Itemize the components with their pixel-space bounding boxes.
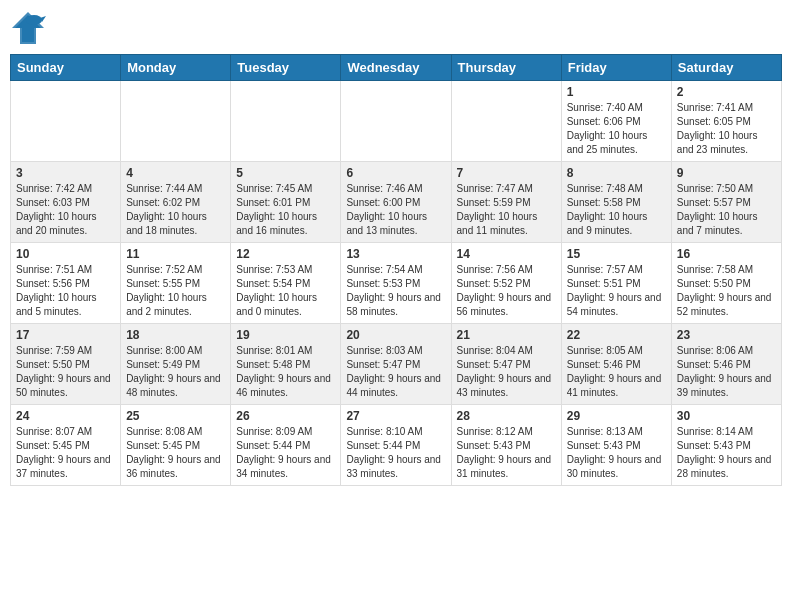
day-of-week-header: Monday — [121, 55, 231, 81]
day-number: 25 — [126, 409, 225, 423]
day-number: 29 — [567, 409, 666, 423]
calendar-cell: 12Sunrise: 7:53 AM Sunset: 5:54 PM Dayli… — [231, 243, 341, 324]
day-info: Sunrise: 8:10 AM Sunset: 5:44 PM Dayligh… — [346, 425, 445, 481]
calendar-cell — [11, 81, 121, 162]
calendar-cell: 28Sunrise: 8:12 AM Sunset: 5:43 PM Dayli… — [451, 405, 561, 486]
calendar-week-row: 3Sunrise: 7:42 AM Sunset: 6:03 PM Daylig… — [11, 162, 782, 243]
calendar-cell: 24Sunrise: 8:07 AM Sunset: 5:45 PM Dayli… — [11, 405, 121, 486]
day-number: 13 — [346, 247, 445, 261]
day-info: Sunrise: 7:45 AM Sunset: 6:01 PM Dayligh… — [236, 182, 335, 238]
day-info: Sunrise: 7:40 AM Sunset: 6:06 PM Dayligh… — [567, 101, 666, 157]
calendar-cell: 1Sunrise: 7:40 AM Sunset: 6:06 PM Daylig… — [561, 81, 671, 162]
day-number: 26 — [236, 409, 335, 423]
calendar-cell: 11Sunrise: 7:52 AM Sunset: 5:55 PM Dayli… — [121, 243, 231, 324]
calendar-cell: 20Sunrise: 8:03 AM Sunset: 5:47 PM Dayli… — [341, 324, 451, 405]
calendar-cell: 16Sunrise: 7:58 AM Sunset: 5:50 PM Dayli… — [671, 243, 781, 324]
day-number: 1 — [567, 85, 666, 99]
day-info: Sunrise: 7:41 AM Sunset: 6:05 PM Dayligh… — [677, 101, 776, 157]
day-number: 2 — [677, 85, 776, 99]
calendar-cell — [121, 81, 231, 162]
calendar-week-row: 1Sunrise: 7:40 AM Sunset: 6:06 PM Daylig… — [11, 81, 782, 162]
calendar-cell: 14Sunrise: 7:56 AM Sunset: 5:52 PM Dayli… — [451, 243, 561, 324]
day-number: 9 — [677, 166, 776, 180]
svg-point-2 — [26, 15, 42, 25]
day-of-week-header: Thursday — [451, 55, 561, 81]
calendar-cell: 5Sunrise: 7:45 AM Sunset: 6:01 PM Daylig… — [231, 162, 341, 243]
day-number: 22 — [567, 328, 666, 342]
day-info: Sunrise: 7:53 AM Sunset: 5:54 PM Dayligh… — [236, 263, 335, 319]
day-info: Sunrise: 8:09 AM Sunset: 5:44 PM Dayligh… — [236, 425, 335, 481]
calendar-cell — [451, 81, 561, 162]
day-info: Sunrise: 7:59 AM Sunset: 5:50 PM Dayligh… — [16, 344, 115, 400]
day-info: Sunrise: 7:46 AM Sunset: 6:00 PM Dayligh… — [346, 182, 445, 238]
calendar-cell — [231, 81, 341, 162]
day-number: 28 — [457, 409, 556, 423]
day-info: Sunrise: 8:03 AM Sunset: 5:47 PM Dayligh… — [346, 344, 445, 400]
day-info: Sunrise: 8:13 AM Sunset: 5:43 PM Dayligh… — [567, 425, 666, 481]
calendar-cell: 25Sunrise: 8:08 AM Sunset: 5:45 PM Dayli… — [121, 405, 231, 486]
calendar-cell: 30Sunrise: 8:14 AM Sunset: 5:43 PM Dayli… — [671, 405, 781, 486]
day-number: 10 — [16, 247, 115, 261]
day-info: Sunrise: 8:00 AM Sunset: 5:49 PM Dayligh… — [126, 344, 225, 400]
calendar-cell: 4Sunrise: 7:44 AM Sunset: 6:02 PM Daylig… — [121, 162, 231, 243]
calendar-cell: 26Sunrise: 8:09 AM Sunset: 5:44 PM Dayli… — [231, 405, 341, 486]
day-number: 30 — [677, 409, 776, 423]
calendar-cell: 18Sunrise: 8:00 AM Sunset: 5:49 PM Dayli… — [121, 324, 231, 405]
day-info: Sunrise: 7:58 AM Sunset: 5:50 PM Dayligh… — [677, 263, 776, 319]
day-number: 4 — [126, 166, 225, 180]
calendar-cell: 13Sunrise: 7:54 AM Sunset: 5:53 PM Dayli… — [341, 243, 451, 324]
day-number: 8 — [567, 166, 666, 180]
day-info: Sunrise: 8:01 AM Sunset: 5:48 PM Dayligh… — [236, 344, 335, 400]
day-number: 11 — [126, 247, 225, 261]
calendar-week-row: 10Sunrise: 7:51 AM Sunset: 5:56 PM Dayli… — [11, 243, 782, 324]
day-number: 20 — [346, 328, 445, 342]
day-info: Sunrise: 7:47 AM Sunset: 5:59 PM Dayligh… — [457, 182, 556, 238]
day-info: Sunrise: 8:12 AM Sunset: 5:43 PM Dayligh… — [457, 425, 556, 481]
day-number: 19 — [236, 328, 335, 342]
page-header — [10, 10, 782, 46]
calendar-cell: 27Sunrise: 8:10 AM Sunset: 5:44 PM Dayli… — [341, 405, 451, 486]
day-number: 7 — [457, 166, 556, 180]
day-number: 14 — [457, 247, 556, 261]
calendar-cell: 15Sunrise: 7:57 AM Sunset: 5:51 PM Dayli… — [561, 243, 671, 324]
day-info: Sunrise: 7:48 AM Sunset: 5:58 PM Dayligh… — [567, 182, 666, 238]
day-number: 6 — [346, 166, 445, 180]
day-of-week-header: Sunday — [11, 55, 121, 81]
calendar-cell: 7Sunrise: 7:47 AM Sunset: 5:59 PM Daylig… — [451, 162, 561, 243]
day-number: 18 — [126, 328, 225, 342]
day-info: Sunrise: 7:54 AM Sunset: 5:53 PM Dayligh… — [346, 263, 445, 319]
calendar-cell: 6Sunrise: 7:46 AM Sunset: 6:00 PM Daylig… — [341, 162, 451, 243]
calendar-cell: 21Sunrise: 8:04 AM Sunset: 5:47 PM Dayli… — [451, 324, 561, 405]
day-info: Sunrise: 8:14 AM Sunset: 5:43 PM Dayligh… — [677, 425, 776, 481]
day-number: 23 — [677, 328, 776, 342]
day-number: 17 — [16, 328, 115, 342]
calendar-week-row: 24Sunrise: 8:07 AM Sunset: 5:45 PM Dayli… — [11, 405, 782, 486]
day-info: Sunrise: 7:52 AM Sunset: 5:55 PM Dayligh… — [126, 263, 225, 319]
day-info: Sunrise: 8:04 AM Sunset: 5:47 PM Dayligh… — [457, 344, 556, 400]
day-number: 21 — [457, 328, 556, 342]
day-info: Sunrise: 7:57 AM Sunset: 5:51 PM Dayligh… — [567, 263, 666, 319]
day-number: 12 — [236, 247, 335, 261]
calendar-cell: 3Sunrise: 7:42 AM Sunset: 6:03 PM Daylig… — [11, 162, 121, 243]
day-info: Sunrise: 8:06 AM Sunset: 5:46 PM Dayligh… — [677, 344, 776, 400]
day-info: Sunrise: 7:56 AM Sunset: 5:52 PM Dayligh… — [457, 263, 556, 319]
day-number: 16 — [677, 247, 776, 261]
calendar-cell: 2Sunrise: 7:41 AM Sunset: 6:05 PM Daylig… — [671, 81, 781, 162]
day-number: 5 — [236, 166, 335, 180]
day-number: 3 — [16, 166, 115, 180]
day-of-week-header: Tuesday — [231, 55, 341, 81]
day-of-week-header: Friday — [561, 55, 671, 81]
calendar-cell: 8Sunrise: 7:48 AM Sunset: 5:58 PM Daylig… — [561, 162, 671, 243]
calendar-header-row: SundayMondayTuesdayWednesdayThursdayFrid… — [11, 55, 782, 81]
calendar-cell: 19Sunrise: 8:01 AM Sunset: 5:48 PM Dayli… — [231, 324, 341, 405]
day-info: Sunrise: 8:08 AM Sunset: 5:45 PM Dayligh… — [126, 425, 225, 481]
day-number: 27 — [346, 409, 445, 423]
day-of-week-header: Saturday — [671, 55, 781, 81]
day-info: Sunrise: 8:05 AM Sunset: 5:46 PM Dayligh… — [567, 344, 666, 400]
day-info: Sunrise: 7:50 AM Sunset: 5:57 PM Dayligh… — [677, 182, 776, 238]
calendar-cell: 23Sunrise: 8:06 AM Sunset: 5:46 PM Dayli… — [671, 324, 781, 405]
calendar-cell: 29Sunrise: 8:13 AM Sunset: 5:43 PM Dayli… — [561, 405, 671, 486]
day-number: 15 — [567, 247, 666, 261]
day-number: 24 — [16, 409, 115, 423]
logo-bird-icon — [10, 10, 46, 46]
